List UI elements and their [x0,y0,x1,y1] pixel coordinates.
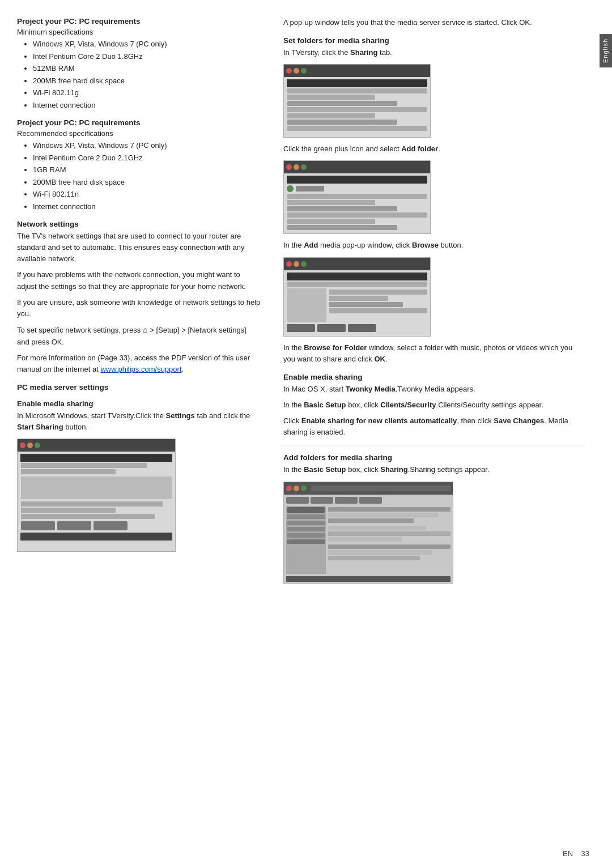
list-item: Internet connection [33,100,261,111]
left-column: Project your PC: PC requirements Minimum… [17,17,261,851]
section1-title: Project your PC: PC requirements [17,17,261,25]
enable-mac-p2: In the Basic Setup box, click Clients/Se… [283,399,583,411]
screenshot-browse-folder [283,257,431,337]
list-item: 200MB free hard disk space [33,177,261,188]
network-title: Network settings [17,220,261,228]
list-item: Windows XP, Vista, Windows 7 (PC only) [33,140,261,151]
section2-title: Project your PC: PC requirements [17,118,261,127]
enable-title-left: Enable media sharing [17,399,261,408]
list-item: 200MB free hard disk space [33,75,261,87]
network-p5: For more information on (Page 33), acces… [17,352,261,375]
enable-mac-p1: In Mac OS X, start Twonky Media.Twonky M… [283,384,583,395]
add-folder-p1: Click the green plus icon and select Add… [283,143,583,155]
section2-list: Windows XP, Vista, Windows 7 (PC only) I… [17,140,261,212]
add-folders-title: Add folders for media sharing [283,453,583,462]
screenshot-tversity-settings [17,439,176,552]
enable-media-title: Enable media sharing [283,373,583,381]
set-folders-p1: In TVersity, click the Sharing tab. [283,47,583,58]
section1-list: Windows XP, Vista, Windows 7 (PC only) I… [17,39,261,110]
divider [283,445,583,445]
pc-server-title: PC media server settings [17,383,261,392]
popup-text: A pop-up window tells you that the media… [283,17,583,28]
list-item: 512MB RAM [33,63,261,74]
screenshot-twonky-sharing [283,482,453,584]
screenshot-tvversity-sharing [283,64,431,138]
right-column: A pop-up window tells you that the media… [278,17,583,851]
network-p4: To set specific network settings, press … [17,324,261,348]
section1-sub: Minimum specifications [17,28,261,36]
enable-mac-p3: Click Enable sharing for new clients aut… [283,415,583,438]
network-p3: If you are unsure, ask someone with know… [17,297,261,320]
network-p1: The TV's network settings that are used … [17,231,261,265]
list-item: Intel Pentium Core 2 Duo 2.1GHz [33,152,261,164]
list-item: Internet connection [33,201,261,212]
language-tab: English [600,34,612,67]
list-item: 1GB RAM [33,164,261,176]
set-folders-title: Set folders for media sharing [283,36,583,45]
browse-p1: In the Add media pop-up window, click Br… [283,240,583,251]
add-folders-p1: In the Basic Setup box, click Sharing.Sh… [283,464,583,475]
home-icon: ⌂ [143,325,150,334]
page-footer: EN 33 [563,849,589,858]
list-item: Windows XP, Vista, Windows 7 (PC only) [33,39,261,50]
list-item: Intel Pentium Core 2 Duo 1.8GHz [33,51,261,62]
list-item: Wi-Fi 802.11n [33,189,261,200]
list-item: Wi-Fi 802.11g [33,87,261,99]
enable-p1: In Microsoft Windows, start TVersity.Cli… [17,410,261,433]
screenshot-tvversity-add [283,160,431,234]
browse-p2: In the Browse for Folder window, select … [283,342,583,365]
philips-link[interactable]: www.philips.com/support [100,365,181,373]
section2-sub: Recommended specifications [17,129,261,138]
network-p2: If you have problems with the network co… [17,269,261,292]
